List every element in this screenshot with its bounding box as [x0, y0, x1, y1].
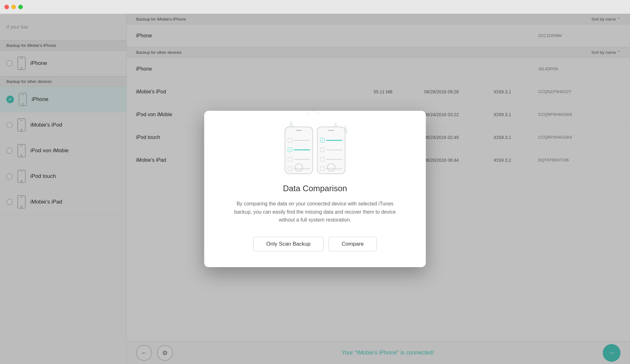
checkbox-right-3 [320, 157, 324, 161]
checkbox-right-2 [320, 147, 324, 152]
checkbox-left-3 [288, 157, 292, 161]
modal-illustration [285, 127, 345, 174]
modal-dialog: Data Comparison By comparing the data on… [204, 111, 426, 267]
checkbox-right-1 [320, 138, 324, 142]
modal-overlay: Data Comparison By comparing the data on… [0, 14, 630, 364]
close-button[interactable] [4, 5, 9, 9]
scan-backup-button[interactable]: Only Scan Backup [253, 237, 324, 251]
maximize-button[interactable] [18, 5, 23, 9]
checkbox-right-4 [320, 166, 324, 171]
checkbox-left-2 [288, 147, 292, 152]
minimize-button[interactable] [11, 5, 16, 9]
compare-button[interactable]: Compare [329, 237, 377, 251]
modal-description: By comparing the data on your connected … [233, 200, 397, 224]
modal-title: Data Comparison [283, 184, 347, 193]
main-content: If your bac Backup for iMobie's iPhone i… [0, 14, 630, 364]
phone-left [285, 127, 313, 174]
checkbox-left-1 [288, 138, 292, 142]
title-bar [0, 0, 630, 14]
phone-right [317, 127, 345, 174]
modal-buttons: Only Scan Backup Compare [253, 237, 377, 251]
checkbox-left-4 [288, 166, 292, 171]
